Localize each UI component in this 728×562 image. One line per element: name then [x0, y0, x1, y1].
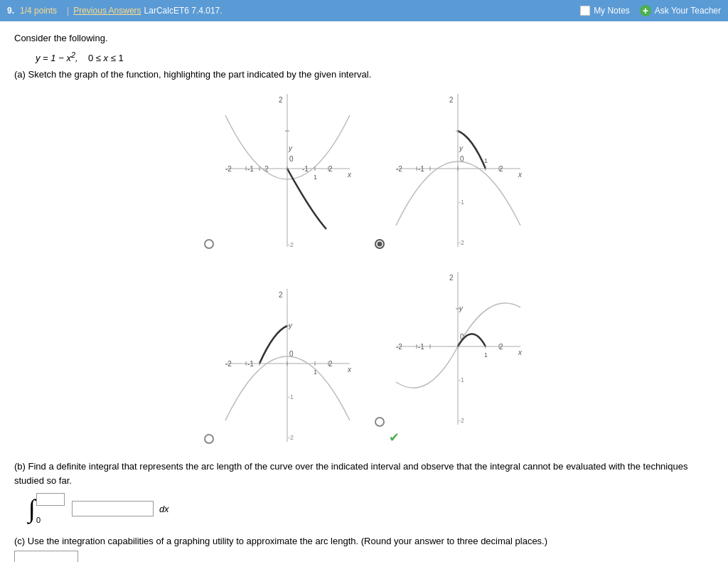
- svg-text:-2: -2: [396, 343, 402, 351]
- svg-text:2: 2: [449, 96, 454, 104]
- ask-teacher-label: Ask Your Teacher: [655, 6, 721, 16]
- integral-input-row: ∫ 0 dx: [28, 493, 714, 524]
- svg-text:-2: -2: [225, 360, 232, 368]
- svg-text:2: 2: [499, 343, 503, 351]
- svg-text:x: x: [347, 366, 352, 373]
- svg-text:y: y: [288, 144, 293, 152]
- radio-option-3[interactable]: [204, 434, 214, 444]
- svg-text:2: 2: [499, 165, 503, 173]
- function-line: y = 1 − x2, 0 ≤ x ≤ 1: [36, 51, 714, 63]
- graph-1: 2 -2 -1 -2 2 -1 y x 0 1: [218, 87, 353, 250]
- svg-text:1: 1: [484, 157, 488, 164]
- previous-answers-link[interactable]: Previous Answers: [73, 6, 141, 16]
- graph-option-3: 2 y x -2 -1 0 2 1 -2 -1: [204, 265, 353, 445]
- ask-teacher-button[interactable]: + Ask Your Teacher: [640, 5, 721, 16]
- points-indicator: 1/4 points: [20, 6, 57, 16]
- svg-text:-1: -1: [418, 165, 424, 173]
- main-content: Consider the following. y = 1 − x2, 0 ≤ …: [0, 21, 728, 562]
- separator: |: [67, 6, 69, 16]
- svg-text:0: 0: [289, 155, 294, 163]
- graph-option-4: 2 y x -2 -1 0 2 1: [375, 265, 524, 428]
- question-number: 9.: [7, 6, 14, 16]
- svg-text:1: 1: [484, 351, 488, 359]
- graph-option-1: 2 -2 -1 -2 2 -1 y x 0 1: [204, 87, 353, 250]
- integral-bounds: 0: [36, 493, 65, 524]
- svg-text:x: x: [518, 171, 523, 179]
- correct-checkmark: ✔: [389, 430, 400, 445]
- svg-text:2: 2: [328, 360, 333, 368]
- integral-upper-bound[interactable]: [36, 493, 65, 506]
- my-notes-label: My Notes: [594, 6, 630, 16]
- part-c-answer-input[interactable]: [14, 551, 78, 562]
- svg-text:-1: -1: [302, 165, 309, 173]
- radio-option-2[interactable]: [375, 239, 385, 249]
- my-notes-checkbox[interactable]: [580, 6, 590, 16]
- svg-text:-2: -2: [225, 165, 232, 173]
- graphs-row-2: 2 y x -2 -1 0 2 1 -2 -1: [14, 265, 714, 445]
- svg-text:x: x: [518, 349, 523, 356]
- svg-text:2: 2: [279, 291, 283, 299]
- svg-text:-2: -2: [459, 239, 464, 246]
- svg-text:-2: -2: [396, 165, 402, 173]
- svg-text:-2: -2: [288, 434, 294, 441]
- part-b-label: (b) Find a definite integral that repres…: [14, 460, 714, 487]
- svg-text:-2: -2: [288, 241, 294, 248]
- part-c-label: (c) Use the integration capabilities of …: [14, 536, 714, 546]
- interval-expression: 0 ≤ x ≤ 1: [88, 53, 124, 63]
- plus-icon: +: [640, 5, 651, 16]
- course-id: LarCalcET6 7.4.017.: [144, 6, 223, 16]
- svg-text:-1: -1: [288, 393, 294, 401]
- consider-text: Consider the following.: [14, 33, 714, 43]
- radio-option-4[interactable]: [375, 417, 385, 427]
- svg-text:2: 2: [328, 165, 333, 173]
- my-notes-button[interactable]: My Notes: [580, 6, 630, 16]
- svg-text:-1: -1: [418, 343, 424, 351]
- graph-4: 2 y x -2 -1 0 2 1: [389, 265, 524, 428]
- graph-3: 2 y x -2 -1 0 2 1 -2 -1: [218, 282, 353, 445]
- graph-option-4-wrapper: 2 y x -2 -1 0 2 1: [375, 265, 524, 445]
- integral-integrand-input[interactable]: [72, 501, 154, 516]
- svg-text:-1: -1: [459, 198, 464, 206]
- svg-text:2: 2: [279, 96, 283, 104]
- svg-text:-2: -2: [459, 417, 464, 424]
- svg-text:-1: -1: [247, 165, 254, 173]
- graph-option-2: 2 y x -2 -1 0 2 1 -2 -1: [375, 87, 524, 250]
- svg-text:-1: -1: [459, 376, 464, 383]
- top-bar: 9. 1/4 points | Previous Answers LarCalc…: [0, 0, 728, 21]
- svg-text:1: 1: [314, 174, 317, 181]
- svg-text:-1: -1: [247, 360, 254, 368]
- graph-2: 2 y x -2 -1 0 2 1 -2 -1: [389, 87, 524, 250]
- part-a-label: (a) Sketch the graph of the function, hi…: [14, 69, 714, 80]
- svg-text:2: 2: [449, 274, 454, 282]
- integral-symbol-wrapper: ∫ 0: [28, 493, 65, 524]
- function-expression: y = 1 − x2,: [36, 53, 85, 63]
- part-c-section: (c) Use the integration capabilities of …: [14, 536, 714, 562]
- part-b-section: (b) Find a definite integral that repres…: [14, 460, 714, 524]
- svg-text:x: x: [347, 171, 352, 179]
- svg-text:y: y: [459, 144, 464, 152]
- radio-option-1[interactable]: [204, 239, 214, 249]
- graphs-row-1: 2 -2 -1 -2 2 -1 y x 0 1: [14, 87, 714, 250]
- integral-symbol: ∫: [28, 496, 36, 521]
- dx-label: dx: [159, 504, 169, 514]
- integral-lower-bound: 0: [36, 516, 65, 524]
